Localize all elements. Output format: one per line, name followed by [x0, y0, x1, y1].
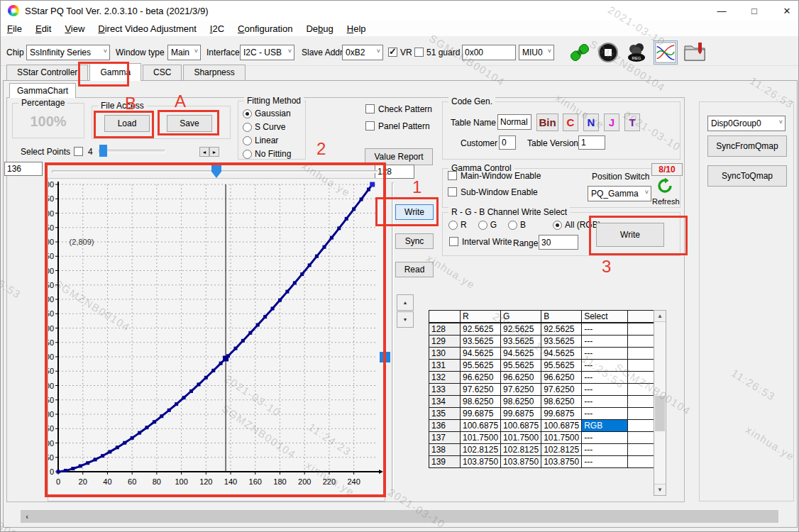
interface-select[interactable]: I2C - USB˅	[240, 45, 294, 60]
spin-down-icon[interactable]: ▼	[397, 311, 414, 328]
vr-checkbox[interactable]	[388, 48, 397, 57]
close-button[interactable]: ✕	[771, 1, 799, 21]
slave-addr-select[interactable]: 0xB2˅	[342, 45, 383, 60]
table-row[interactable]: 136100.6875100.6875100.6875RGB	[429, 420, 658, 432]
radio-icon[interactable]	[508, 221, 517, 230]
table-row[interactable]: 13094.562594.562594.5625---	[429, 348, 658, 360]
gamma-curve-plot[interactable]: 0501001502002503003504004505005506006507…	[48, 179, 386, 502]
table-row[interactable]: 12993.562593.562593.5625---	[429, 336, 658, 348]
table-row[interactable]: 138102.8125102.8125102.8125---	[429, 444, 658, 456]
table-row[interactable]: 13498.625098.625098.6250---	[429, 396, 658, 408]
tab-csc[interactable]: CSC	[143, 65, 182, 81]
channel-option-all-rgb[interactable]: All (RGB)	[553, 220, 601, 230]
radio-icon[interactable]	[448, 221, 458, 230]
table-version-field[interactable]: 1	[578, 135, 605, 150]
end-index-field[interactable]: 128	[375, 165, 414, 179]
position-switch-select[interactable]: PQ_Gamma˅	[588, 186, 651, 201]
table-row[interactable]: 139103.8750103.8750103.8750---	[429, 456, 658, 468]
range-field[interactable]: 30	[539, 235, 578, 250]
tab-sstar-controller[interactable]: SStar Controller	[6, 65, 88, 81]
radio-icon[interactable]	[478, 221, 487, 230]
disp-group-select[interactable]: Disp0Group0˅	[707, 116, 786, 131]
radio-icon[interactable]	[553, 221, 562, 230]
t-gen-button[interactable]: T	[624, 113, 640, 131]
select-points-slider-handle[interactable]	[99, 145, 107, 157]
scroll-left-icon[interactable]: ‹	[21, 512, 33, 521]
tab-sharpness[interactable]: Sharpness	[183, 65, 245, 81]
arrow-right-icon[interactable]: ►	[209, 147, 219, 157]
j-gen-button[interactable]: J	[604, 113, 619, 131]
menu-item-debug[interactable]: Debug	[306, 23, 333, 34]
customer-id-field[interactable]: 0	[499, 135, 516, 150]
load-button[interactable]: Load	[104, 115, 150, 132]
menu-item-edit[interactable]: Edit	[35, 23, 51, 34]
start-index-field[interactable]: 136	[4, 162, 43, 176]
scroll-up-icon[interactable]: ▲	[654, 311, 666, 322]
main-window-enable-checkbox[interactable]	[448, 171, 457, 180]
maximize-button[interactable]: □	[739, 1, 770, 21]
channel-option-r[interactable]: R	[448, 220, 467, 230]
scrollbar-thumb[interactable]	[655, 396, 665, 431]
reg-dump-icon[interactable]: REG	[624, 40, 649, 65]
value-report-button[interactable]: Value Report	[365, 148, 433, 165]
menu-item-direct-video-adjustment[interactable]: Direct Video Adjustment	[98, 23, 197, 34]
select-points-slider-track[interactable]	[99, 150, 165, 153]
vertical-slider-handle[interactable]	[380, 352, 390, 362]
horizontal-scrollbar[interactable]: ‹	[21, 510, 778, 523]
table-row[interactable]: 13296.625096.625096.6250---	[429, 372, 658, 384]
menu-item-file[interactable]: File	[7, 23, 22, 34]
table-name-field[interactable]: Normal	[497, 114, 531, 130]
guard51-checkbox[interactable]	[414, 48, 424, 57]
bin-gen-button[interactable]: Bin	[536, 113, 558, 131]
c-gen-button[interactable]: C	[563, 113, 578, 131]
fitting-option-no-fitting[interactable]: No Fitting	[243, 149, 291, 159]
sync-to-qmap-button[interactable]: SyncToQmap	[707, 165, 787, 187]
check-pattern-checkbox[interactable]	[365, 104, 375, 113]
channel-write-button[interactable]: Write	[596, 223, 664, 247]
miu-select[interactable]: MIU0˅	[519, 45, 554, 60]
n-gen-button[interactable]: N	[583, 113, 599, 131]
curves-icon[interactable]	[654, 40, 678, 65]
menu-item-help[interactable]: Help	[347, 23, 366, 34]
reg-addr-field[interactable]: 0x00	[462, 45, 516, 60]
save-button[interactable]: Save	[167, 115, 212, 132]
radio-icon[interactable]	[243, 150, 252, 159]
fitting-option-s-curve[interactable]: S Curve	[243, 122, 291, 132]
tab-gamma[interactable]: Gamma	[89, 63, 141, 81]
menu-item-view[interactable]: View	[65, 23, 84, 34]
spin-up-icon[interactable]: ▲	[397, 294, 414, 311]
menu-item-i2c[interactable]: I2C	[210, 23, 224, 34]
table-row[interactable]: 13195.562595.562595.5625---	[429, 360, 658, 372]
window-type-select[interactable]: Main˅	[167, 45, 201, 60]
arrow-left-icon[interactable]: ◄	[199, 147, 209, 157]
read-button[interactable]: Read	[395, 262, 434, 277]
radio-icon[interactable]	[243, 136, 252, 145]
tab-gammachart[interactable]: GammaChart	[9, 83, 76, 98]
table-scrollbar[interactable]: ▲ ▼	[654, 310, 666, 496]
save-folder-icon[interactable]	[683, 40, 707, 65]
interval-write-checkbox[interactable]	[449, 237, 458, 246]
channel-option-g[interactable]: G	[478, 220, 497, 230]
stop-icon[interactable]	[596, 40, 620, 65]
table-row[interactable]: 13599.687599.687599.6875---	[429, 408, 658, 420]
table-row[interactable]: 13397.625097.625097.6250---	[429, 384, 658, 396]
gamma-chart[interactable]: 0501001502002503003504004505005506006507…	[48, 178, 385, 501]
sub-window-enable-checkbox[interactable]	[448, 187, 457, 196]
radio-icon[interactable]	[243, 123, 252, 132]
fitting-option-gaussian[interactable]: Gaussian	[243, 109, 291, 118]
menu-item-configuration[interactable]: Configuration	[238, 23, 292, 34]
radio-icon[interactable]	[243, 109, 252, 118]
write-button[interactable]: Write	[395, 204, 434, 220]
chip-select[interactable]: SsInfinity Series˅	[26, 45, 110, 60]
sync-from-qmap-button[interactable]: SyncFromQmap	[707, 135, 787, 157]
vertical-slider-track[interactable]	[392, 182, 394, 497]
scroll-down-icon[interactable]: ▼	[654, 484, 666, 495]
minimize-button[interactable]: —	[706, 1, 737, 21]
channel-option-b[interactable]: B	[508, 220, 526, 230]
connect-icon[interactable]	[568, 40, 592, 65]
fitting-option-linear[interactable]: Linear	[243, 135, 291, 145]
table-row[interactable]: 12892.562592.562592.5625---	[429, 323, 658, 336]
gamma-value-table[interactable]: RGBSelect12892.562592.562592.5625---1299…	[429, 310, 658, 468]
table-row[interactable]: 137101.7500101.7500101.7500---	[429, 432, 658, 444]
refresh-icon[interactable]	[657, 178, 673, 194]
